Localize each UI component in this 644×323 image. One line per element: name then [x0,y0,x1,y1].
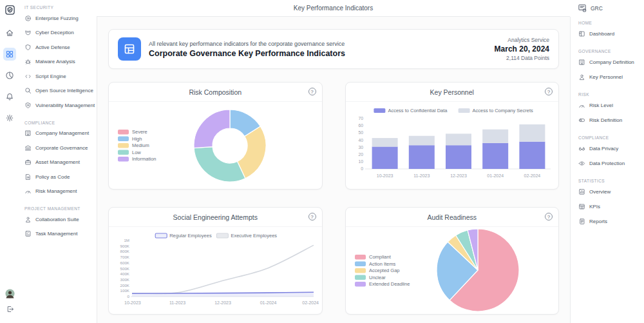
grc-nav-item-dashboard[interactable]: Dashboard [578,26,644,41]
bar-segment-access-to-confidential-data[interactable] [482,143,508,169]
chart-audit-readiness: CompliantAction ItemsAccepted GapUnclear… [346,227,558,315]
svg-text:0: 0 [361,166,363,171]
pie-slice-low[interactable] [194,147,245,182]
legend-item[interactable]: Extended Deadline [355,281,410,287]
briefcase-icon [24,159,32,166]
grc-nav-item-kpis[interactable]: KPIs [578,199,644,214]
legend-item[interactable]: High [118,136,142,142]
bar-segment-access-to-company-secrets[interactable] [482,130,508,143]
dashboard-button[interactable] [3,48,16,61]
sidebar-item-policy-as-code[interactable]: Policy as Code [24,170,97,184]
sidebar-item-label: Open Source Intelligence [35,88,93,93]
svg-text:Unclear: Unclear [369,275,386,280]
sidebar-item-asset-management[interactable]: Asset Management [24,155,97,170]
legend-item[interactable]: Unclear [355,275,386,280]
legend-item[interactable]: Action Items [355,261,396,267]
sidebar-item-task-management[interactable]: Task Management [24,227,97,242]
help-icon[interactable]: ? [545,88,553,95]
legend-item[interactable]: Severe [118,129,147,135]
chart-risk-composition: SevereHighMediumLowInformation [109,102,321,190]
sidebar-item-enterprise-fuzzing[interactable]: Enterprise Fuzzing [24,11,97,26]
kpi-board-icon [123,43,136,55]
charts-grid: Risk Composition?SevereHighMediumLowInfo… [108,82,559,315]
svg-text:1M: 1M [124,238,129,242]
sidebar-item-risk-management[interactable]: Risk Management [24,184,97,199]
settings-button[interactable] [3,112,16,124]
legend-item[interactable]: Low [118,150,141,155]
grc-nav-item-reports[interactable]: Reports [578,214,644,229]
legend-item[interactable]: Access to Confidential Data [374,108,448,113]
legend-item[interactable]: Access to Company Secrets [458,108,533,113]
bar-segment-access-to-company-secrets[interactable] [446,133,471,145]
legend-item[interactable]: Compliant [355,254,392,260]
svg-text:Action Items: Action Items [369,261,396,267]
svg-text:70: 70 [358,116,363,121]
app-root: IT SECURITYEnterprise FuzzingCyber Decep… [0,0,644,323]
left-sidebar-nav: IT SECURITYEnterprise FuzzingCyber Decep… [24,5,97,241]
report-icon [578,218,585,225]
sidebar-item-script-engine[interactable]: Script Engine [24,69,97,84]
grc-nav-section-label: HOME [578,21,644,25]
grc-nav-item-label: Data Protection [589,161,625,166]
grc-logo-icon [578,3,587,14]
svg-text:800K: 800K [120,249,130,253]
eye-icon [578,160,585,167]
data-points-count: 2,114 Data Points [495,55,549,61]
sidebar-item-cyber-deception[interactable]: Cyber Deception [24,26,97,41]
legend-item[interactable]: Medium [118,142,149,148]
grc-nav-item-overview[interactable]: Overview [578,184,644,199]
legend-item[interactable]: Accepted Gap [355,268,400,273]
analytics-button[interactable] [3,69,16,82]
help-icon[interactable]: ? [545,213,553,220]
sidebar-item-open-source-intelligence[interactable]: Open Source Intelligence [24,84,97,99]
sidebar-item-label: Risk Management [35,188,77,194]
grc-nav-item-data-privacy[interactable]: Data Privacy [578,141,644,156]
legend-item[interactable]: Regular Employees [155,233,212,239]
sidebar-item-company-management[interactable]: Company Management [24,126,97,141]
grc-nav-item-label: Reports [589,219,607,224]
help-icon[interactable]: ? [308,88,316,95]
help-icon[interactable]: ? [308,213,316,220]
bar-segment-access-to-confidential-data[interactable] [519,142,545,169]
sidebar-item-label: Policy as Code [35,174,70,180]
bar-segment-access-to-confidential-data[interactable] [446,145,471,169]
legend-item[interactable]: Executive Employees [216,233,277,239]
sidebar-section-label: COMPLIANCE [24,121,97,125]
bar-segment-access-to-confidential-data[interactable] [372,146,397,169]
chart-card-header: Key Personnel? [346,83,559,102]
grc-nav-item-company-definition[interactable]: Company Definition [578,55,644,70]
icon-rail [0,0,19,323]
line-series-executive-employees[interactable] [132,245,314,293]
user-avatar[interactable] [3,287,16,300]
logout-button[interactable] [3,302,16,315]
bar-segment-access-to-company-secrets[interactable] [408,136,434,145]
sidebar-item-vulnerability-management[interactable]: Vulnerability Management [24,98,97,113]
sidebar-item-malware-analysis[interactable]: Malware Analysis [24,55,97,70]
left-sidebar: IT SECURITYEnterprise FuzzingCyber Decep… [19,0,97,323]
svg-text:20: 20 [358,152,363,157]
svg-text:Compliant: Compliant [369,254,392,260]
bar-segment-access-to-confidential-data[interactable] [408,145,434,169]
svg-text:02-2024: 02-2024 [524,173,540,178]
grc-nav-item-label: Risk Level [589,103,613,108]
header-card-text: All relevant key performance indicators … [149,41,345,58]
chart-key-personnel: Access to Confidential DataAccess to Com… [346,102,558,190]
sidebar-item-corporate-governance[interactable]: Corporate Governance [24,141,97,155]
notifications-button[interactable] [3,90,16,103]
grc-nav-item-risk-definition[interactable]: Risk Definition [578,113,644,128]
pie-slice-information[interactable] [194,110,230,148]
home-button[interactable] [3,26,16,39]
table-icon [578,203,585,210]
grc-brand[interactable]: GRC [570,0,644,17]
svg-text:300K: 300K [120,277,130,282]
sidebar-item-active-defense[interactable]: Active Defense [24,40,97,55]
grc-nav-item-data-protection[interactable]: Data Protection [578,156,644,171]
bar-segment-access-to-company-secrets[interactable] [372,138,397,146]
sidebar-item-collaboration-suite[interactable]: Collaboration Suite [24,212,97,227]
grc-nav-item-risk-level[interactable]: Risk Level [578,98,644,113]
target-icon [24,15,32,22]
legend-item[interactable]: Information [118,156,156,162]
svg-text:Low: Low [132,150,141,155]
grc-nav-item-key-personnel[interactable]: Key Personnel [578,70,644,84]
bar-segment-access-to-company-secrets[interactable] [519,124,545,142]
